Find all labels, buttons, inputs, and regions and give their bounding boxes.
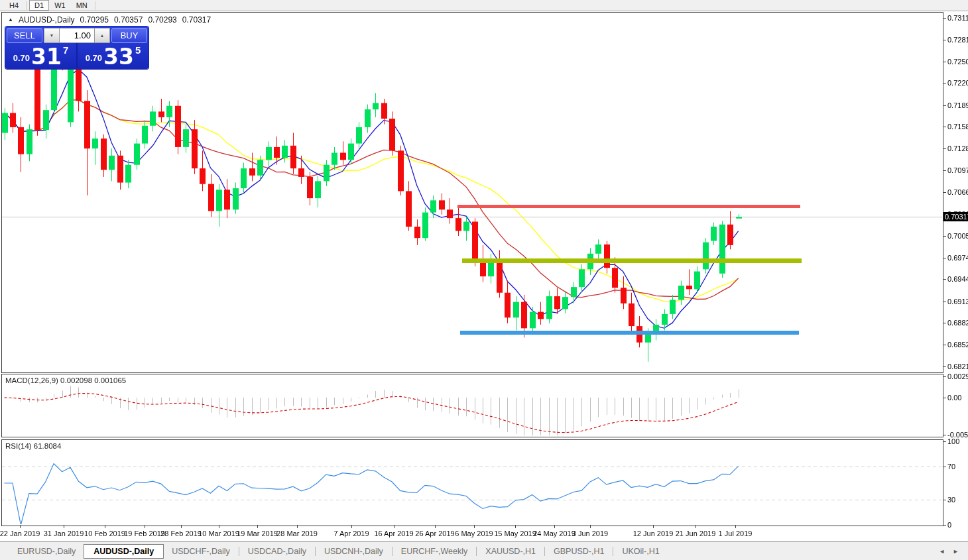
timeframe-button-mn[interactable]: MN: [71, 0, 93, 11]
timeframe-button-h4[interactable]: H4: [4, 0, 24, 11]
date-axis-label: 16 Apr 2019: [374, 530, 413, 537]
chart-tab-gbpusd[interactable]: GBPUSD-,H1: [546, 544, 612, 559]
rsi-axis-label: 30: [947, 496, 955, 504]
price-axis-label: 0.69130: [947, 298, 968, 306]
volume-input[interactable]: 1.00: [60, 28, 94, 43]
chart-tab-xauusd[interactable]: XAUUSD-,H1: [477, 544, 544, 559]
price-axis-label: 0.71890: [947, 101, 968, 109]
chart-tab-ukoil[interactable]: UKOil-,H1: [614, 544, 667, 559]
price-axis-label: 0.73115: [947, 14, 968, 22]
date-axis-label: 10 Feb 2019: [84, 530, 125, 537]
price-axis-label: 0.70050: [947, 232, 968, 240]
ohlc-open: 0.70295: [80, 15, 109, 25]
macd-axis-label: 0.002984: [947, 372, 968, 380]
sell-price-pip: 7: [63, 44, 68, 56]
tab-separator: [544, 547, 545, 556]
price-axis-label: 0.70970: [947, 166, 968, 174]
axis-tick: [943, 525, 946, 526]
timeframe-button-w1[interactable]: W1: [49, 0, 71, 11]
sell-price-prefix: 0.70: [13, 53, 30, 63]
date-axis-label: 22 Jan 2019: [0, 530, 40, 537]
resistance-line[interactable]: [457, 205, 800, 208]
macd-axis-label: 0.00: [947, 394, 961, 402]
volume-up-icon[interactable]: ▲: [94, 28, 110, 43]
chart-tab-usdcnh[interactable]: USDCNH-,Daily: [316, 544, 391, 559]
axis-tick: [943, 105, 946, 106]
tab-separator: [613, 547, 613, 556]
buy-button[interactable]: BUY: [111, 28, 147, 43]
axis-tick: [943, 323, 946, 323]
axis-tick: [943, 376, 946, 377]
current-price-tag: 0.70317: [943, 212, 968, 221]
date-axis-label: 28 Feb 2019: [160, 530, 202, 537]
date-axis-label: 24 May 2019: [533, 530, 575, 537]
timeframe-button-d1[interactable]: D1: [29, 0, 49, 11]
axis-tick: [943, 435, 946, 435]
date-axis-label: 6 May 2019: [455, 530, 493, 537]
date-axis-label: 12 Jun 2019: [633, 530, 674, 537]
date-axis-label: 7 Apr 2019: [333, 530, 369, 537]
sell-price-big: 31: [31, 48, 62, 66]
buy-price-display[interactable]: 0.70 33 5: [76, 43, 149, 68]
axis-tick: [943, 467, 946, 467]
chart-tab-usdchf[interactable]: USDCHF-,Daily: [164, 544, 238, 559]
buy-price-big: 33: [103, 48, 134, 66]
axis-tick: [943, 148, 946, 149]
axis-tick: [943, 302, 946, 302]
tab-scroll-left-icon[interactable]: ◄: [939, 548, 945, 555]
price-axis-label: 0.72505: [947, 58, 968, 66]
one-click-trade-widget: SELL ▼ 1.00 ▲ BUY 0.70 31 7 0.70 33 5: [5, 27, 149, 69]
ohlc-close: 0.70317: [182, 15, 211, 25]
price-axis-label: 0.68825: [947, 319, 968, 327]
rsi-axis-label: 100: [947, 437, 959, 445]
axis-tick: [943, 83, 946, 84]
rsi-label: RSI(14) 61.8084: [5, 442, 61, 450]
tab-separator: [239, 547, 239, 556]
date-axis-label: 1 Jul 2019: [719, 530, 753, 537]
axis-tick: [943, 441, 946, 442]
ohlc-low: 0.70293: [148, 15, 176, 25]
price-axis-label: 0.72810: [947, 36, 968, 44]
symbol-name: AUDUSD-,Daily: [19, 15, 75, 25]
tab-separator: [392, 547, 393, 556]
tab-separator: [476, 547, 477, 556]
tab-scroll-right-icon[interactable]: ►: [953, 548, 959, 555]
axis-tick: [943, 345, 946, 345]
chart-tab-eurchf[interactable]: EURCHF-,Weekly: [393, 544, 475, 559]
date-axis-label: 26 Apr 2019: [415, 530, 454, 537]
axis-tick: [943, 18, 946, 19]
toolbar-separator: [26, 1, 27, 10]
volume-down-icon[interactable]: ▼: [44, 28, 60, 43]
price-axis-label: 0.72200: [947, 79, 968, 87]
buy-price-pip: 5: [135, 44, 141, 56]
chart-tab-eurusd[interactable]: EURUSD-,Daily: [9, 544, 84, 559]
chart-tab-bar: EURUSD-,DailyAUDUSD-,DailyUSDCHF-,DailyU…: [0, 541, 968, 560]
toolbar-separator: [95, 1, 96, 10]
chart-canvas[interactable]: [0, 0, 968, 560]
symbol-ohlc-header: ▲ AUDUSD-,Daily 0.70295 0.70357 0.70293 …: [8, 15, 211, 25]
axis-tick: [943, 127, 946, 127]
sell-price-display[interactable]: 0.70 31 7: [5, 43, 76, 68]
chart-tab-audusd[interactable]: AUDUSD-,Daily: [84, 544, 164, 559]
chart-tab-usdcad[interactable]: USDCAD-,Daily: [240, 544, 314, 559]
sell-button[interactable]: SELL: [7, 28, 42, 43]
date-axis-label: 28 Mar 2019: [276, 530, 318, 537]
price-axis-label: 0.68520: [947, 341, 968, 349]
axis-tick: [943, 40, 946, 40]
mid-support-line[interactable]: [462, 258, 802, 263]
buy-price-prefix: 0.70: [86, 53, 102, 63]
rsi-axis-label: 0: [947, 521, 951, 529]
rsi-axis-label: 70: [947, 463, 955, 471]
axis-tick: [943, 398, 946, 398]
axis-tick: [943, 500, 946, 500]
support-line[interactable]: [460, 331, 799, 335]
date-axis-label: 19 Mar 2019: [237, 530, 278, 537]
collapse-icon[interactable]: ▲: [8, 17, 13, 23]
axis-tick: [943, 192, 946, 193]
price-axis-label: 0.71585: [947, 123, 968, 131]
date-axis-label: 10 Mar 2019: [198, 530, 239, 537]
timeframe-toolbar: H4D1W1MN: [0, 0, 968, 11]
tab-separator: [315, 547, 316, 556]
date-axis-label: 31 Jan 2019: [44, 530, 84, 537]
date-axis-label: 15 May 2019: [494, 530, 536, 537]
